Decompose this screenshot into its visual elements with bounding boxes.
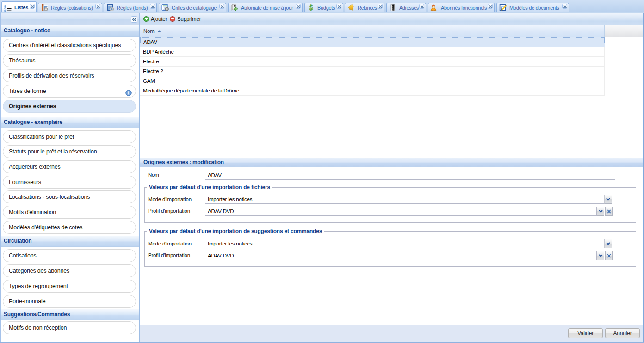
svg-text:$: $: [309, 4, 313, 11]
